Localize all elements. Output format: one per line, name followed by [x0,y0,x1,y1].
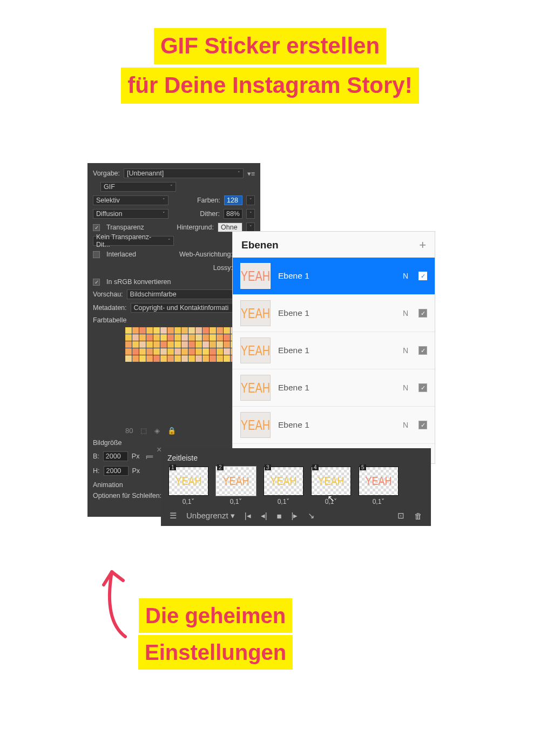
layer-row[interactable]: YEAH Ebene 1 N ✓ [233,369,435,406]
color-swatch[interactable] [146,341,153,348]
color-swatch[interactable] [167,341,174,348]
color-swatch[interactable] [217,334,223,341]
color-swatch[interactable] [174,355,181,362]
color-swatch[interactable] [125,334,132,341]
color-swatch[interactable] [202,341,209,348]
color-swatch[interactable] [132,355,139,362]
color-swatch[interactable] [174,348,181,355]
color-swatch[interactable] [188,327,195,334]
color-swatch[interactable] [153,341,160,348]
color-swatch[interactable] [210,348,216,355]
color-swatch[interactable] [224,327,230,334]
panel-menu-icon[interactable]: ▾≡ [247,170,255,178]
color-swatch[interactable] [139,348,146,355]
color-swatch[interactable] [139,334,146,341]
layer-row[interactable]: YEAH Ebene 1 N ✓ [233,332,435,369]
color-swatch[interactable] [125,348,132,355]
layer-visible-checkbox[interactable]: ✓ [418,346,427,355]
color-swatch[interactable] [217,327,223,334]
color-swatch[interactable] [181,355,188,362]
height-value[interactable]: 2000 [104,466,129,476]
reduction-dropdown[interactable]: Selektiv˅ [93,195,168,205]
color-swatch[interactable] [167,355,174,362]
colors-step[interactable]: ˅ [246,195,255,205]
interlaced-checkbox[interactable] [93,251,100,258]
new-frame-icon[interactable]: ⊡ [397,511,404,521]
layer-visible-checkbox[interactable]: ✓ [418,383,427,392]
dither-step[interactable]: ˅ [246,209,255,219]
trans-dither-dropdown[interactable]: Kein Transparenz-Dit...˅ [93,236,174,246]
layer-visible-checkbox[interactable]: ✓ [418,421,427,429]
timeline-frame[interactable]: 1 YEAH 0,1˅ [168,467,208,505]
dither-dropdown[interactable]: Diffusion˅ [93,209,168,219]
color-swatch[interactable] [210,327,216,334]
color-swatch[interactable] [160,355,167,362]
color-swatch[interactable] [224,355,230,362]
color-swatch[interactable] [202,327,209,334]
color-swatch[interactable] [174,334,181,341]
timeline-menu-icon[interactable]: ☰ [170,511,177,521]
color-swatch[interactable] [210,334,216,341]
color-swatch[interactable] [224,334,230,341]
layer-row[interactable]: YEAH Ebene 1 N ✓ [233,294,435,332]
lock-icon[interactable]: 🔒 [167,427,176,435]
frame-delay[interactable]: 0,1˅ [168,498,208,505]
colors-value[interactable]: 128 [224,195,242,205]
color-swatch[interactable] [132,334,139,341]
tween-icon[interactable]: ↘ [308,511,315,521]
color-swatch[interactable] [146,348,153,355]
close-icon[interactable]: × [157,445,161,455]
frame-delay[interactable]: 0,1˅ [359,498,399,505]
frame-delay[interactable]: 0,1˅ [264,498,303,505]
color-swatch[interactable] [181,327,188,334]
color-swatch[interactable] [132,327,139,334]
color-swatch[interactable] [160,348,167,355]
color-swatch[interactable] [195,334,202,341]
color-swatch[interactable] [224,348,230,355]
layer-row[interactable]: YEAH Ebene 1 N ✓ [233,258,435,294]
color-swatch[interactable] [125,327,132,334]
color-swatch[interactable] [181,341,188,348]
add-layer-icon[interactable]: + [419,238,426,252]
color-swatch[interactable] [132,348,139,355]
color-swatch[interactable] [195,355,202,362]
color-swatch[interactable] [167,334,174,341]
color-swatch[interactable] [160,327,167,334]
color-swatch[interactable] [132,341,139,348]
color-swatch[interactable] [139,327,146,334]
link-icon[interactable]: ⫭ [144,450,155,462]
color-swatch[interactable] [174,327,181,334]
color-swatch[interactable] [125,355,132,362]
color-swatch[interactable] [160,341,167,348]
color-swatch[interactable] [217,341,223,348]
preset-dropdown[interactable]: [Unbenannt]˅ [124,168,244,178]
tool-icon[interactable]: ⬚ [140,427,147,435]
color-swatch[interactable] [188,355,195,362]
color-swatch[interactable] [153,355,160,362]
color-swatch[interactable] [188,334,195,341]
color-swatch[interactable] [125,341,132,348]
stop-icon[interactable]: ■ [277,511,282,521]
color-swatch[interactable] [167,348,174,355]
frame-delay[interactable]: 0,1˅ [216,498,256,505]
color-swatch[interactable] [210,341,216,348]
color-swatch[interactable] [188,341,195,348]
color-swatch[interactable] [217,348,223,355]
next-frame-icon[interactable]: |▸ [292,511,298,521]
color-swatch[interactable] [195,341,202,348]
color-swatch[interactable] [146,334,153,341]
layer-visible-checkbox[interactable]: ✓ [418,309,427,318]
color-swatch[interactable] [153,334,160,341]
color-swatch[interactable] [217,355,223,362]
color-swatch[interactable] [188,348,195,355]
width-value[interactable]: 2000 [103,451,128,461]
color-swatch[interactable] [195,348,202,355]
dither-value[interactable]: 88% [224,209,242,219]
color-swatch[interactable] [139,355,146,362]
color-swatch[interactable] [202,334,209,341]
format-dropdown[interactable]: GIF˅ [100,182,176,192]
tool-icon[interactable]: ◈ [154,427,160,435]
color-swatch[interactable] [181,334,188,341]
timeline-frame[interactable]: 3 YEAH 0,1˅ [264,467,303,505]
color-swatch[interactable] [202,348,209,355]
